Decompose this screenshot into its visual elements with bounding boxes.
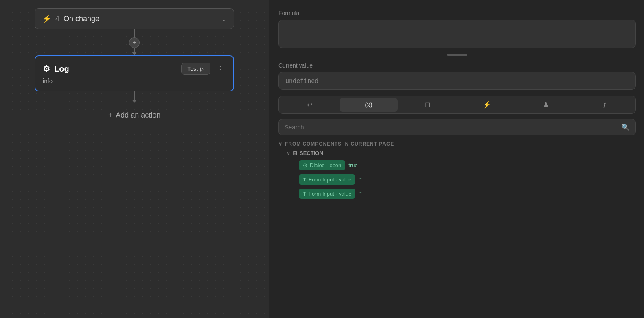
action-controls: Test ▷ ⋮ (181, 63, 226, 75)
divider-handle[interactable] (447, 54, 467, 56)
tree-group-label: FROM COMPONENTS IN CURRENT PAGE (285, 141, 394, 147)
tree-section: ∨ FROM COMPONENTS IN CURRENT PAGE ∨ ⊟ SE… (278, 141, 636, 203)
dialog-label: Dialog - open (310, 162, 341, 168)
connector-bottom-top (134, 91, 135, 100)
dialog-icon: ⊘ (303, 162, 307, 168)
form-input-value-2: "" (359, 191, 362, 197)
current-value-box: undefined (278, 72, 636, 90)
right-panel: Formula Current value undefined ↩ (x) ⊟ … (269, 0, 644, 318)
arrow-down-icon (132, 52, 137, 55)
orange-arrow-2 (624, 176, 644, 209)
arrow-down-icon-2 (132, 100, 137, 103)
tree-group-header: ∨ FROM COMPONENTS IN CURRENT PAGE (278, 141, 636, 147)
tab-func[interactable]: ƒ (576, 98, 634, 112)
tree-item-dialog: ⊘ Dialog - open true (299, 160, 636, 170)
add-node-button[interactable]: + (129, 37, 140, 48)
tab-user[interactable]: ♟ (517, 98, 575, 112)
tree-sub-chevron-icon[interactable]: ∨ (287, 150, 290, 156)
search-bar: 🔍 (278, 119, 636, 135)
lightning-icon: ⚡ (42, 14, 51, 23)
search-icon: 🔍 (622, 123, 630, 131)
form-input-badge-1[interactable]: T Form Input - value (299, 174, 355, 185)
action-settings-icon: ⚙ (43, 64, 50, 74)
connector-top (134, 29, 135, 37)
action-node-header: ⚙ Log Test ▷ ⋮ (43, 63, 226, 75)
dialog-open-badge[interactable]: ⊘ Dialog - open (299, 160, 345, 170)
tree-chevron-icon[interactable]: ∨ (278, 141, 283, 147)
trigger-node[interactable]: ⚡ 4 On change ⌄ (35, 8, 234, 29)
search-input[interactable] (285, 124, 618, 131)
test-button[interactable]: Test ▷ (181, 63, 210, 75)
tab-variable[interactable]: (x) (340, 98, 398, 112)
connector-mid (134, 48, 135, 52)
tab-arrow[interactable]: ↩ (280, 98, 339, 112)
action-node: ⚙ Log Test ▷ ⋮ info (35, 55, 234, 91)
section-icon: ⊟ (293, 150, 297, 156)
trigger-node-left: ⚡ 4 On change (42, 14, 99, 23)
tab-lightning[interactable]: ⚡ (458, 98, 516, 112)
more-options-button[interactable]: ⋮ (215, 64, 226, 74)
formula-input[interactable] (278, 20, 636, 48)
form-input-label-2: Form Input - value (309, 191, 352, 197)
action-title: Log (54, 64, 69, 74)
tab-table[interactable]: ⊟ (399, 98, 457, 112)
action-subtitle: info (43, 77, 226, 84)
add-action-button[interactable]: + Add an action (100, 107, 169, 124)
tree-sub-header: ∨ ⊟ SECTION (287, 150, 636, 156)
test-button-label: Test (187, 65, 198, 72)
add-action-label: Add an action (116, 111, 160, 120)
formula-label: Formula (278, 10, 636, 16)
plus-icon: + (108, 111, 113, 120)
action-title-group: ⚙ Log (43, 64, 69, 74)
trigger-chevron-icon: ⌄ (221, 15, 226, 23)
text-icon-2: T (303, 191, 306, 197)
dialog-value: true (348, 162, 357, 168)
current-value-label: Current value (278, 62, 636, 69)
trigger-number: 4 (55, 15, 59, 23)
text-icon-1: T (303, 176, 306, 183)
form-input-badge-2[interactable]: T Form Input - value (299, 189, 355, 199)
tab-bar: ↩ (x) ⊟ ⚡ ♟ ƒ (278, 96, 636, 114)
trigger-label: On change (64, 15, 99, 23)
tree-sub-label: SECTION (300, 150, 323, 156)
form-input-value-1: "" (359, 176, 362, 183)
form-input-label-1: Form Input - value (309, 176, 352, 183)
play-icon: ▷ (200, 66, 204, 72)
left-panel: ⚡ 4 On change ⌄ + ⚙ Log Test ▷ ⋮ inf (0, 0, 269, 318)
